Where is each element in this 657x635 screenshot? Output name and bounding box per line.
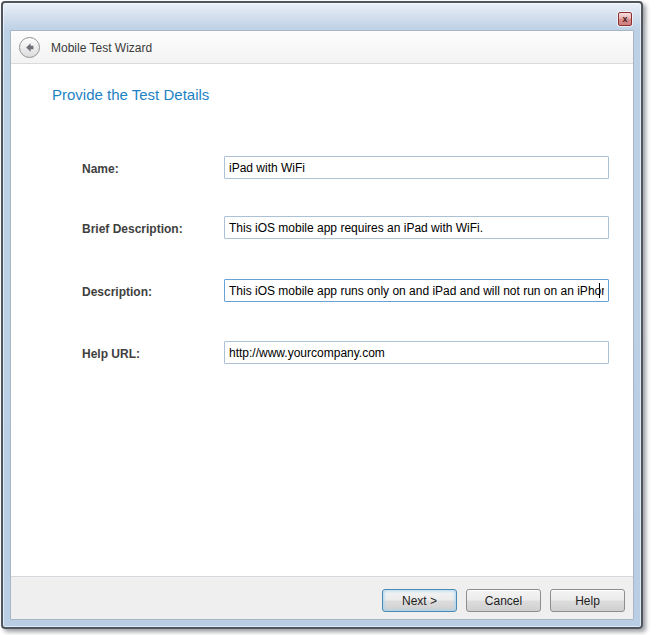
form-row-name: Name: — [11, 156, 633, 179]
footer-button-bar: Next > Cancel Help — [11, 576, 633, 619]
description-label: Description: — [82, 285, 152, 299]
page-title: Provide the Test Details — [52, 86, 209, 103]
help-button[interactable]: Help — [550, 589, 625, 612]
wizard-window: x Mobile Test Wizard Provide the Test De… — [1, 1, 643, 629]
brief-description-label: Brief Description: — [82, 222, 183, 236]
name-label: Name: — [82, 162, 119, 176]
text-caret — [599, 283, 600, 298]
back-button[interactable] — [19, 37, 40, 58]
brief-description-input[interactable] — [224, 216, 609, 239]
wizard-client-area: Mobile Test Wizard Provide the Test Deta… — [10, 30, 634, 620]
close-button[interactable]: x — [618, 12, 632, 26]
description-input[interactable] — [224, 279, 609, 302]
wizard-header: Mobile Test Wizard — [11, 31, 633, 64]
help-url-input[interactable] — [224, 341, 609, 364]
next-button[interactable]: Next > — [382, 589, 457, 612]
wizard-title: Mobile Test Wizard — [51, 41, 152, 55]
form-row-brief-description: Brief Description: — [11, 216, 633, 239]
help-url-label: Help URL: — [82, 347, 140, 361]
form-row-description: Description: — [11, 279, 633, 302]
form-row-help-url: Help URL: — [11, 341, 633, 364]
name-input[interactable] — [224, 156, 609, 179]
cancel-button[interactable]: Cancel — [466, 589, 541, 612]
